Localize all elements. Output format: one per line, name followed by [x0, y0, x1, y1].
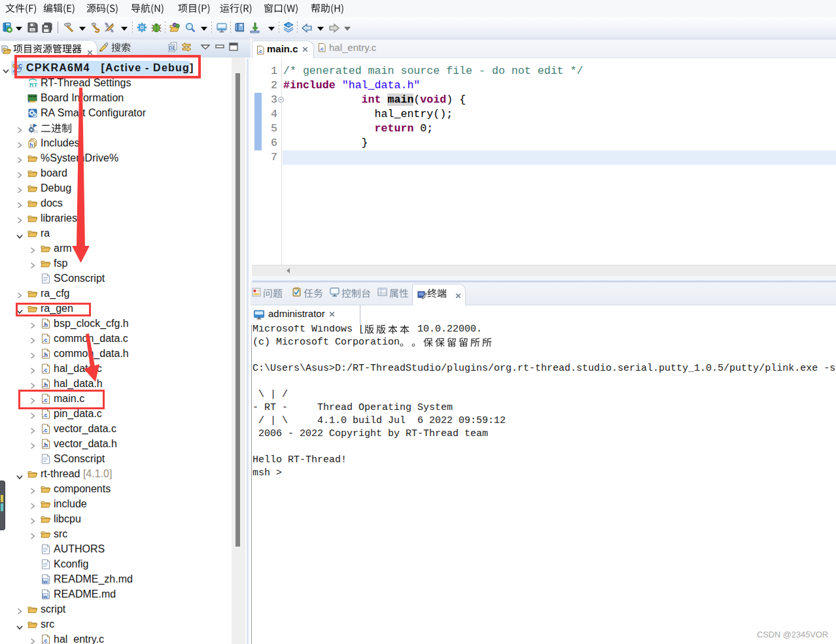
- svg-text:101: 101: [287, 24, 292, 27]
- svg-text:01: 01: [33, 129, 38, 133]
- svg-text:w: w: [43, 579, 48, 585]
- svg-text:.c: .c: [258, 48, 262, 54]
- svg-text:.c: .c: [43, 637, 48, 644]
- svg-text:.h: .h: [43, 382, 48, 388]
- svg-text:S: S: [33, 112, 37, 117]
- svg-text:h: h: [29, 142, 33, 148]
- svg-text:RT: RT: [29, 82, 37, 88]
- svg-text:.c: .c: [43, 337, 48, 343]
- svg-text:.h: .h: [43, 322, 48, 328]
- svg-text:.c: .c: [43, 367, 48, 373]
- svg-text:.h: .h: [43, 352, 48, 358]
- svg-text:.c: .c: [43, 427, 48, 433]
- svg-text:.h: .h: [43, 442, 48, 449]
- svg-text:.c: .c: [319, 46, 324, 52]
- svg-text:w: w: [43, 594, 48, 600]
- svg-text:.c: .c: [43, 412, 48, 418]
